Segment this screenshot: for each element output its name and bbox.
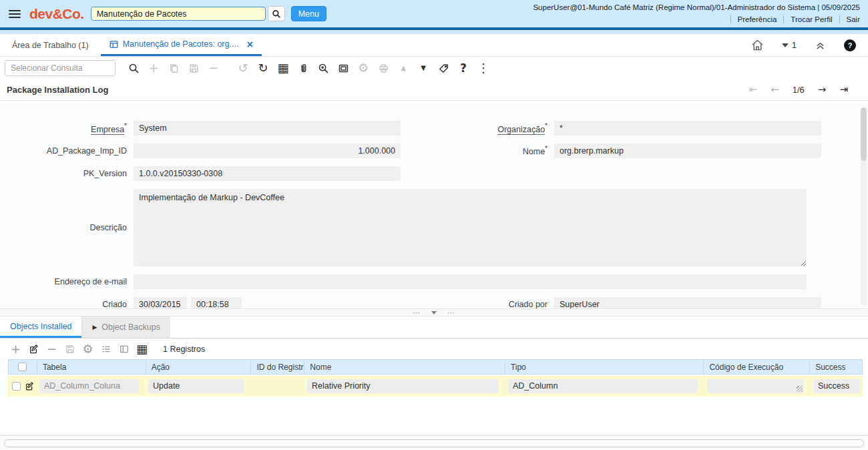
brand-logo: dev&Co.: [29, 6, 84, 22]
tab-close-icon[interactable]: ×: [246, 39, 254, 49]
detail-save-icon[interactable]: [61, 341, 79, 357]
last-record-icon[interactable]: ⇥: [839, 85, 848, 95]
package-id-field[interactable]: 1.000.000: [134, 144, 401, 158]
copy-record-icon[interactable]: [164, 59, 184, 77]
attachment-icon[interactable]: [293, 59, 313, 77]
first-record-icon[interactable]: ⇤: [749, 85, 758, 95]
search-button[interactable]: [268, 6, 285, 21]
window-grid-icon: [109, 39, 119, 49]
saved-query-input[interactable]: [5, 61, 116, 75]
organizacao-field[interactable]: *: [554, 121, 821, 136]
status-bar[interactable]: [4, 439, 864, 447]
user-area: SuperUser@01-Mundo Café Matriz (Regime N…: [533, 3, 860, 23]
splitter-dots-icon[interactable]: ⋯: [447, 309, 455, 316]
row-field-acao[interactable]: Update: [148, 379, 244, 393]
descricao-label: Descrição: [0, 223, 134, 232]
row-field-nome[interactable]: Relative Priority: [307, 379, 499, 393]
table-row[interactable]: AD_Column_Coluna Update Relative Priorit…: [8, 376, 863, 397]
row-field-tabela[interactable]: AD_Column_Coluna: [39, 379, 139, 393]
window-toolbar: + − ↺ ↻ ▦ ⚙: [0, 57, 868, 79]
open-windows-selector[interactable]: 1: [782, 40, 797, 50]
menu-button[interactable]: Menu: [291, 6, 327, 21]
home-icon[interactable]: [750, 38, 765, 52]
package-id-label: AD_Package_Imp_ID: [0, 146, 134, 156]
help-icon[interactable]: ?: [844, 39, 856, 51]
chevron-down-icon: [782, 43, 789, 47]
splitter-dots-icon[interactable]: ⋯: [413, 309, 421, 316]
row-field-tipo[interactable]: AD_Column: [508, 379, 698, 393]
collapse-header-icon[interactable]: [814, 39, 827, 51]
chat-log-icon[interactable]: [333, 59, 353, 77]
row-checkbox[interactable]: [12, 382, 21, 391]
global-search-input[interactable]: [91, 7, 266, 21]
detail-edit-icon[interactable]: [25, 341, 43, 357]
criado-por-field[interactable]: SuperUser: [554, 297, 821, 308]
descricao-textarea[interactable]: Implementação de Markup - DevCoffee: [134, 189, 807, 266]
select-all-checkbox[interactable]: [18, 363, 27, 371]
column-header-acao[interactable]: Ação: [146, 360, 252, 374]
hamburger-menu-icon[interactable]: [9, 8, 21, 20]
column-header-tabela[interactable]: Tabela: [37, 360, 146, 374]
resize-handle-icon[interactable]: [797, 386, 803, 392]
splitter-collapse-icon[interactable]: [431, 311, 437, 314]
parent-record-icon[interactable]: ▲: [393, 59, 413, 77]
more-options-icon[interactable]: ⋮: [473, 59, 493, 77]
empresa-field[interactable]: System: [134, 121, 401, 136]
column-header-nome[interactable]: Nome: [304, 360, 505, 374]
next-record-icon[interactable]: →: [818, 85, 827, 95]
find-record-icon[interactable]: [124, 59, 144, 77]
column-header-codigo-execucao[interactable]: Código de Execução: [704, 360, 810, 374]
toolbar-help-icon[interactable]: ?: [453, 59, 473, 77]
change-role-link[interactable]: Trocar Perfil: [783, 15, 832, 23]
pk-version-field[interactable]: 1.0.0.v20150330-0308: [134, 166, 401, 181]
record-count: 1 Registros: [163, 345, 205, 354]
record-form-panel: Empresa* System Organização* * AD_Packag…: [0, 105, 868, 308]
detail-new-icon[interactable]: +: [7, 341, 25, 357]
email-label: Endereço de e-mail: [0, 277, 134, 286]
empresa-label: Empresa*: [0, 122, 134, 134]
window-tab-bar: Área de Trabalho (1) Manutenção de Pacot…: [0, 34, 868, 57]
column-header-tipo[interactable]: Tipo: [505, 360, 704, 374]
tab-objects-installed[interactable]: Objects Installed: [0, 316, 81, 338]
detail-process-icon[interactable]: [97, 341, 115, 357]
email-field[interactable]: [134, 274, 807, 289]
row-field-success[interactable]: Success: [813, 379, 860, 393]
preference-link[interactable]: Preferência: [730, 15, 777, 23]
refresh-icon[interactable]: ↻: [253, 59, 273, 77]
detail-delete-icon[interactable]: −: [43, 341, 61, 357]
zoom-across-icon[interactable]: [313, 59, 333, 77]
column-header-id-registro[interactable]: ID do Registro: [251, 360, 304, 374]
detail-grid-toggle-icon[interactable]: ▦: [133, 341, 151, 357]
print-icon[interactable]: [373, 59, 393, 77]
delete-record-icon[interactable]: −: [204, 59, 224, 77]
nome-label: Nome*: [421, 145, 554, 156]
nome-field[interactable]: org.brerp.markup: [554, 144, 821, 158]
new-record-icon[interactable]: +: [144, 59, 164, 77]
detail-toolbar: + − ⚙ ▦ 1 Registros: [0, 339, 868, 359]
previous-record-icon[interactable]: ←: [771, 85, 779, 95]
record-title-row: Package Installation Log ⇤ ← 1/6 → ⇥: [0, 79, 868, 101]
label-tag-icon[interactable]: [433, 59, 453, 77]
tab-workspace[interactable]: Área de Trabalho (1): [0, 34, 101, 56]
detail-customize-icon[interactable]: ⚙: [79, 341, 97, 357]
tab-package-maintenance[interactable]: Manutenção de Pacotes: org.... ×: [101, 34, 262, 56]
panel-splitter[interactable]: ⋯ ⋯: [0, 308, 868, 316]
logout-link[interactable]: Sair: [839, 15, 860, 23]
grid-toggle-icon[interactable]: ▦: [273, 59, 293, 77]
form-scrollbar[interactable]: [861, 107, 867, 306]
detail-record-icon[interactable]: ▼: [413, 59, 433, 77]
saved-query-combobox[interactable]: [5, 60, 116, 76]
tab-object-backups[interactable]: ▶ Object Backups: [81, 316, 170, 338]
criado-date-field[interactable]: 30/03/2015: [134, 297, 187, 308]
form-scrollbar-thumb[interactable]: [861, 107, 867, 161]
undo-icon[interactable]: ↺: [233, 59, 253, 77]
detail-panel-icon[interactable]: [115, 341, 133, 357]
row-edit-icon[interactable]: [25, 381, 35, 391]
column-header-success[interactable]: Success: [810, 360, 862, 374]
criado-time-field[interactable]: 00:18:58: [191, 297, 242, 308]
customize-icon[interactable]: ⚙: [353, 59, 373, 77]
top-header: dev&Co. Menu SuperUser@01-Mundo Café Mat…: [0, 0, 868, 27]
grid-header-row: Tabela Ação ID do Registro Nome Tipo Cód…: [8, 359, 863, 375]
save-record-icon[interactable]: [184, 59, 204, 77]
row-field-codigo-execucao[interactable]: [707, 379, 804, 393]
